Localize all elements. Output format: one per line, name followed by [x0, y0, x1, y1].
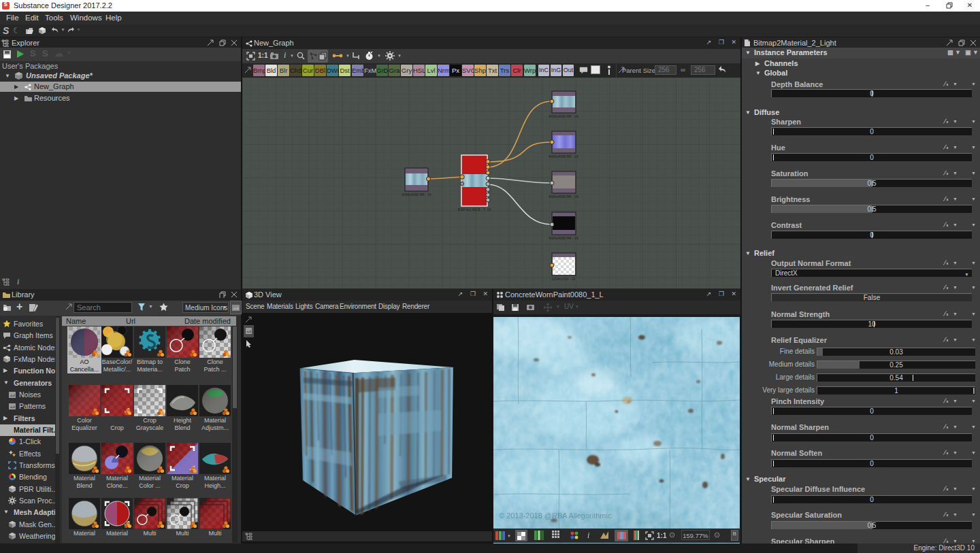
svg-text:4096x4096 RR - 16: 4096x4096 RR - 16 — [402, 192, 431, 197]
svg-text:4096x4096 RR - 16: 4096x4096 RR - 16 — [549, 195, 578, 199]
svg-text:© 2013-2018 @RBA Allegorithmi: © 2013-2018 @RBA Allegorithmic — [499, 512, 612, 520]
svg-text:4096x4096 RR - 16: 4096x4096 RR - 16 — [549, 154, 578, 158]
svg-text:4096x4096 RR - 16: 4096x4096 RR - 16 — [549, 114, 578, 118]
svg-text:1024x1024 - 16: 1024x1024 - 16 — [552, 277, 576, 281]
svg-text:B2M 4x2 6M B - ?, 16: B2M 4x2 6M B - ?, 16 — [458, 207, 491, 212]
svg-text:4096x4096 RR - 16: 4096x4096 RR - 16 — [549, 236, 578, 240]
